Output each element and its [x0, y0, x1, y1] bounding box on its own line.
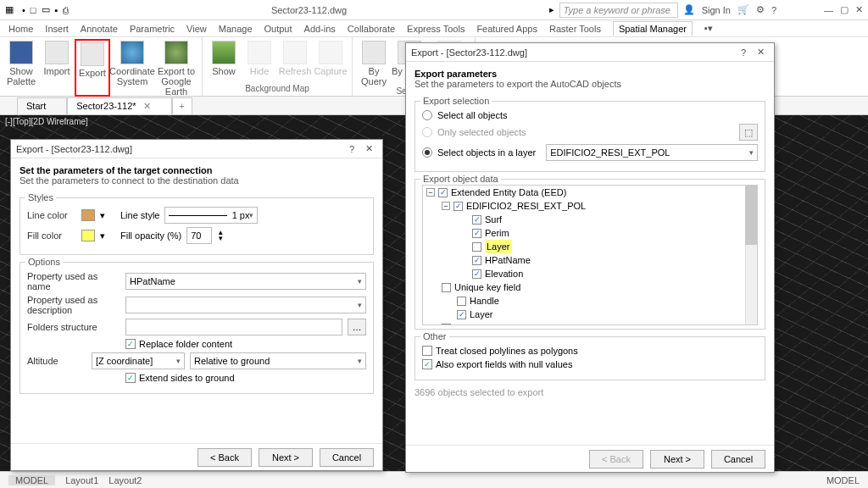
status-model-right: MODEL — [826, 475, 860, 485]
qa-new-icon[interactable]: □ — [31, 5, 36, 15]
ribbon-bg-show[interactable]: Show — [206, 39, 242, 84]
line-style-label: Line style — [120, 210, 159, 220]
line-color-swatch[interactable] — [81, 209, 95, 221]
cancel-button[interactable]: Cancel — [320, 448, 374, 467]
share-icon[interactable]: ⚙ — [756, 4, 765, 15]
fields-tree[interactable]: −Extended Entity Data (EED) −EDIFICIO2_R… — [422, 185, 758, 325]
menu-output[interactable]: Output — [264, 24, 292, 34]
cart-icon[interactable]: 🛒 — [737, 4, 749, 15]
folders-input[interactable] — [125, 319, 342, 336]
cancel-button-2[interactable]: Cancel — [711, 450, 765, 469]
ribbon-group-bgmap: Background Map — [206, 84, 348, 94]
line-style-select[interactable]: 1 px — [164, 207, 258, 224]
radio-selected — [422, 127, 432, 137]
dlg-close-icon[interactable]: ✕ — [360, 143, 377, 154]
fill-color-swatch[interactable] — [81, 230, 95, 241]
dlg-subheading: Set the parameters to connect to the des… — [19, 175, 239, 186]
altitude-label: Altitude — [27, 356, 86, 366]
ribbon-import[interactable]: Import — [39, 39, 75, 97]
menu-spatial[interactable]: Spatial Manager — [613, 21, 693, 36]
fill-opacity-spinner[interactable]: ▲▼ — [217, 230, 224, 241]
menu-home[interactable]: Home — [8, 24, 33, 34]
radio-layer[interactable] — [422, 147, 432, 158]
fill-color-dd[interactable]: ▾ — [100, 230, 105, 241]
next-button[interactable]: Next > — [259, 448, 313, 467]
menu-annotate[interactable]: Annotate — [81, 24, 118, 34]
maximize-button[interactable]: ▢ — [840, 4, 849, 15]
tab-file[interactable]: Sector23-112*✕ — [67, 97, 171, 114]
export-obj-legend: Export object data — [420, 174, 501, 184]
menu-parametric[interactable]: Parametric — [130, 24, 175, 34]
qa-print-icon[interactable]: ⎙ — [63, 5, 69, 15]
tab-start[interactable]: Start — [17, 97, 67, 114]
dlg2-title: Export - [Sector23-112.dwg] — [411, 47, 735, 58]
prop-name-select[interactable]: HPatName — [125, 273, 366, 290]
status-layout1[interactable]: Layout1 — [65, 475, 98, 485]
status-layout2[interactable]: Layout2 — [108, 475, 142, 485]
close-button[interactable]: ✕ — [855, 4, 863, 15]
menu-addins[interactable]: Add-ins — [304, 24, 336, 34]
line-color-label: Line color — [27, 210, 76, 220]
ribbon-crs[interactable]: Coordinate System — [110, 39, 154, 97]
extend-checkbox[interactable]: ✓Extend sides to ground — [125, 373, 235, 383]
other-legend: Other — [420, 331, 449, 341]
qa-open-icon[interactable]: ▭ — [42, 4, 50, 15]
altitude-mode-select[interactable]: Relative to ground — [190, 352, 366, 369]
quick-access-toolbar: ▦ • □ ▭ ▪ ⎙ Sector23-112.dwg ▸ Type a ke… — [0, 0, 868, 20]
tab-close-icon[interactable]: ✕ — [143, 101, 151, 112]
status-model-tab[interactable]: MODEL — [8, 475, 55, 485]
user-icon: 👤 — [683, 4, 695, 15]
radio-all[interactable] — [422, 110, 432, 120]
layer-select[interactable]: EDIFICIO2_RESI_EXT_POL — [546, 144, 758, 161]
search-chevron-icon[interactable]: ▸ — [549, 4, 554, 15]
dlg2-close-icon[interactable]: ✕ — [752, 47, 769, 58]
tree-scrollbar[interactable] — [745, 186, 757, 324]
folders-label: Folders structure — [27, 322, 120, 332]
menu-manage[interactable]: Manage — [219, 24, 253, 34]
select-objects-button[interactable]: ⬚ — [739, 124, 758, 141]
menu-collaborate[interactable]: Collaborate — [348, 24, 395, 34]
replace-checkbox[interactable]: ✓Replace folder content — [125, 339, 232, 349]
menu-insert[interactable]: Insert — [45, 24, 69, 34]
minimize-button[interactable]: — — [824, 5, 833, 15]
line-color-dd[interactable]: ▾ — [100, 210, 105, 221]
poly-checkbox[interactable]: Treat closed polylines as polygons — [422, 346, 578, 356]
prop-desc-label: Property used as description — [27, 295, 120, 315]
ribbon-bg-capture: Capture — [313, 39, 348, 84]
qa-save-icon[interactable]: ▪ — [55, 5, 58, 15]
ribbon-show-palette[interactable]: Show Palette — [3, 39, 39, 97]
dlg-heading: Set the parameters of the target connect… — [19, 165, 212, 175]
ribbon-export[interactable]: Export — [75, 39, 110, 97]
export-params-dialog: Export - [Sector23-112.dwg] ? ✕ Export p… — [405, 42, 775, 473]
ribbon-export-kml[interactable]: Export to Google Earth — [154, 39, 198, 97]
doc-title: Sector23-112.dwg — [74, 5, 543, 15]
dlg-help-icon[interactable]: ? — [343, 144, 360, 154]
menu-view[interactable]: View — [186, 24, 207, 34]
folders-browse-button[interactable]: … — [348, 319, 366, 336]
menu-overflow-icon[interactable]: ▪▾ — [704, 23, 713, 34]
menu-express[interactable]: Express Tools — [407, 24, 465, 34]
prop-name-label: Property used as name — [27, 271, 120, 291]
dlg2-help-icon[interactable]: ? — [735, 47, 752, 58]
tab-new[interactable]: + — [172, 97, 192, 114]
menu-featured[interactable]: Featured Apps — [476, 24, 537, 34]
nulls-checkbox[interactable]: ✓Also export fields with null values — [422, 359, 572, 369]
next-button-2[interactable]: Next > — [650, 450, 704, 469]
altitude-source-select[interactable]: [Z coordinate] — [92, 352, 185, 369]
fill-opacity-input[interactable]: 70 — [186, 227, 212, 244]
dlg2-subheading: Set the parameters to export the AutoCAD… — [415, 79, 621, 89]
menu-bar: Home Insert Annotate Parametric View Man… — [0, 20, 868, 37]
sign-in-link[interactable]: Sign In — [702, 5, 731, 15]
fill-color-label: Fill color — [27, 230, 76, 241]
ribbon-sel-query[interactable]: By Query — [356, 39, 392, 86]
back-button[interactable]: < Back — [198, 448, 252, 467]
dlg-title: Export - [Sector23-112.dwg] — [16, 144, 343, 154]
qa-sep: • — [22, 5, 25, 15]
back-button-2: < Back — [589, 450, 643, 469]
help-icon[interactable]: ? — [771, 5, 776, 15]
menu-raster[interactable]: Raster Tools — [549, 24, 601, 34]
search-input[interactable]: Type a keyword or phrase — [559, 3, 678, 18]
prop-desc-select[interactable] — [125, 297, 366, 313]
viewport-label[interactable]: [-][Top][2D Wireframe] — [5, 117, 88, 126]
status-bar: MODEL Layout1 Layout2 MODEL — [0, 471, 868, 488]
